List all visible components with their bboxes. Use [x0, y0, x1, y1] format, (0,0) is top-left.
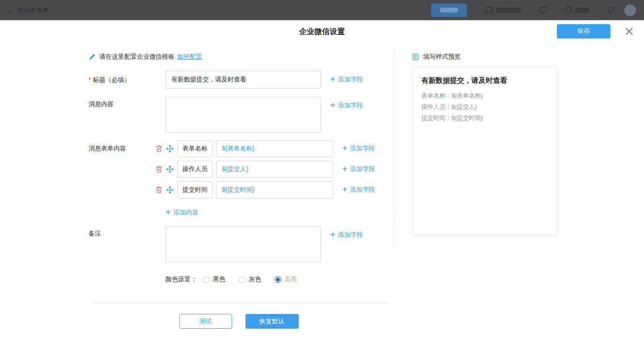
delete-row-icon[interactable] — [156, 145, 162, 152]
field-variable-input[interactable] — [216, 161, 333, 178]
preview-card: 有新数据提交，请及时查看 表单名称：${表单名称} 操作人员：${提交人} 提交… — [412, 67, 557, 235]
form-content-label: 消息表单内容 — [89, 140, 156, 220]
spacer — [89, 275, 156, 283]
plus-icon: + — [342, 164, 347, 173]
color-setting-row: 颜色设置： 黑色 灰色 高亮 — [89, 275, 394, 283]
how-to-configure-link[interactable]: 如何配置 — [177, 53, 202, 61]
remark-textarea[interactable] — [165, 226, 321, 262]
hint-text: 请在这里配置企业微信模板 — [99, 53, 174, 61]
dimmed-label — [496, 8, 521, 13]
test-button[interactable]: 测试 — [179, 314, 232, 329]
remark-field-row: 备注 +添加字段 — [89, 226, 394, 262]
topbar-primary-button[interactable] — [431, 4, 467, 17]
plus-icon: + — [330, 75, 335, 84]
preview-line: 提交时间：${提交时间} — [421, 112, 548, 124]
footer-buttons: 测试 恢复默认 — [89, 314, 389, 329]
add-field-link[interactable]: +添加字段 — [342, 161, 375, 178]
preview-header-label: 填写样式预览 — [423, 53, 461, 61]
message-field-row: 消息内容 +添加字段 — [89, 97, 394, 133]
add-content-link[interactable]: +添加内容 — [165, 208, 375, 217]
form-content-row: +添加字段 — [156, 181, 375, 198]
delete-row-icon[interactable] — [156, 186, 162, 193]
config-hint: 请在这里配置企业微信模板 如何配置 — [89, 53, 394, 61]
field-key-input[interactable] — [178, 161, 212, 178]
form-content-row: +添加字段 — [156, 140, 375, 157]
radio-icon-selected — [275, 276, 281, 283]
remark-label: 备注 — [89, 226, 156, 262]
preview-pane: 填写样式预览 有新数据提交，请及时查看 表单名称：${表单名称} 操作人员：${… — [394, 43, 557, 235]
grid-icon — [540, 7, 547, 13]
restore-default-button[interactable]: 恢复默认 — [246, 314, 299, 329]
title-label: *标题（必填） — [89, 71, 156, 89]
footer-divider — [92, 303, 389, 304]
form-preview-icon — [412, 53, 419, 60]
topbar: ‹ 未命名表单 — [0, 0, 644, 20]
preview-header: 填写样式预览 — [412, 53, 557, 61]
template-config-pane: 请在这里配置企业微信模板 如何配置 *标题（必填） +添加字段 消息内容 +添加… — [0, 43, 394, 329]
add-field-link[interactable]: +添加字段 — [342, 140, 375, 157]
help-icon — [565, 7, 572, 13]
modal-title: 企业微信设置 — [299, 26, 345, 37]
plus-icon: + — [342, 144, 347, 153]
topbar-help-item[interactable] — [565, 7, 589, 13]
title-field-row: *标题（必填） +添加字段 — [89, 71, 394, 89]
plus-icon: + — [342, 185, 347, 194]
close-icon[interactable] — [625, 27, 633, 35]
user-avatar[interactable] — [624, 4, 636, 16]
settings-icon — [486, 7, 492, 13]
add-field-link[interactable]: +添加字段 — [330, 226, 363, 244]
notification-bell-icon[interactable] — [607, 6, 614, 14]
plus-icon: + — [330, 101, 335, 110]
back-icon[interactable]: ‹ — [8, 6, 11, 15]
add-field-link[interactable]: +添加字段 — [330, 97, 363, 115]
add-field-link[interactable]: +添加字段 — [342, 181, 375, 198]
delete-row-icon[interactable] — [156, 166, 162, 173]
preview-line: 操作人员：${提交人} — [421, 101, 548, 112]
color-option-black[interactable]: 黑色 — [203, 275, 225, 283]
pencil-icon — [89, 54, 95, 60]
required-mark: * — [89, 76, 91, 83]
add-field-link[interactable]: +添加字段 — [330, 71, 363, 89]
save-button[interactable]: 保存 — [557, 24, 610, 39]
preview-title: 有新数据提交，请及时查看 — [421, 76, 548, 86]
field-key-input[interactable] — [178, 181, 212, 198]
message-textarea[interactable] — [165, 97, 321, 133]
preview-line: 表单名称：${表单名称} — [421, 90, 548, 101]
field-key-input[interactable] — [178, 140, 212, 157]
drag-move-icon[interactable] — [166, 166, 174, 173]
plus-icon: + — [330, 230, 335, 239]
radio-icon — [203, 276, 210, 283]
title-input[interactable] — [165, 71, 321, 89]
form-title: 未命名表单 — [17, 6, 49, 14]
message-label: 消息内容 — [89, 97, 156, 133]
color-option-highlight[interactable]: 高亮 — [275, 275, 297, 283]
radio-icon — [239, 276, 246, 283]
topbar-icon-button[interactable] — [540, 7, 547, 13]
wechat-settings-modal: 企业微信设置 保存 请在这里配置企业微信模板 如何配置 *标题（必填） +添加字… — [0, 20, 644, 339]
modal-header: 企业微信设置 保存 — [0, 20, 644, 43]
color-option-gray[interactable]: 灰色 — [239, 275, 261, 283]
topbar-settings-item[interactable] — [486, 7, 521, 13]
field-variable-input[interactable] — [216, 181, 333, 198]
color-setting-label: 颜色设置： — [165, 275, 197, 283]
form-content-row: +添加字段 — [156, 161, 375, 178]
drag-move-icon[interactable] — [166, 145, 174, 152]
form-content-section: 消息表单内容 +添加字段 +添加字段 — [89, 140, 394, 220]
drag-move-icon[interactable] — [166, 186, 174, 193]
plus-icon: + — [165, 208, 171, 217]
field-variable-input[interactable] — [216, 140, 333, 157]
dimmed-label — [440, 8, 458, 13]
dimmed-label — [576, 8, 589, 13]
